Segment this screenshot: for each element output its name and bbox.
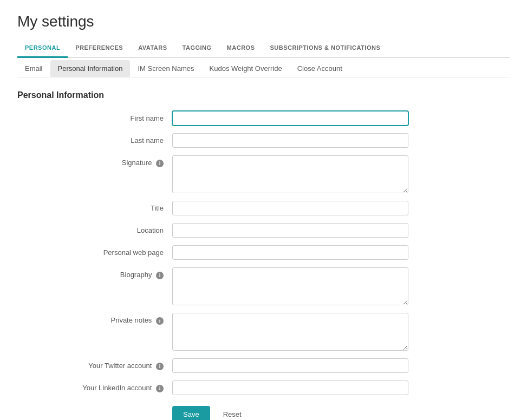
tab-personal[interactable]: PERSONAL [17,39,68,58]
biography-row: Biography i [26,267,501,305]
twitter-account-row: Your Twitter account i [26,358,501,373]
location-input[interactable] [172,223,408,238]
signature-label: Signature i [26,155,172,167]
tab-im-screen-names[interactable]: IM Screen Names [130,60,201,77]
twitter-account-label: Your Twitter account i [26,358,172,370]
tab-close-account[interactable]: Close Account [290,60,350,77]
tab-macros[interactable]: MACROS [219,39,263,58]
title-input[interactable] [172,201,408,215]
tab-tagging[interactable]: TAGGING [175,39,219,58]
private-notes-label: Private notes i [26,313,172,325]
linkedin-account-input[interactable] [172,380,408,395]
tab-subscriptions[interactable]: SUBSCRIPTIONS & NOTIFICATIONS [262,39,388,58]
form-container: First name Last name Signature i Title L… [17,111,510,420]
biography-textarea[interactable] [172,267,408,305]
biography-info-icon[interactable]: i [156,272,164,279]
save-button[interactable]: Save [172,406,210,420]
primary-tabs: PERSONAL PREFERENCES AVATARS TAGGING MAC… [17,39,510,58]
section-title: Personal Information [17,90,510,100]
signature-row: Signature i [26,155,501,193]
button-row: Save Reset [26,406,501,420]
private-notes-info-icon[interactable]: i [156,317,164,325]
linkedin-account-label: Your LinkedIn account i [26,380,172,392]
signature-textarea[interactable] [172,155,408,193]
linkedin-account-row: Your LinkedIn account i [26,380,501,395]
first-name-label: First name [26,111,172,122]
tab-personal-information[interactable]: Personal Information [50,60,131,77]
location-label: Location [26,223,172,234]
personal-web-page-input[interactable] [172,245,408,260]
last-name-input[interactable] [172,133,408,148]
tab-preferences[interactable]: PREFERENCES [68,39,131,58]
secondary-tabs: Email Personal Information IM Screen Nam… [17,58,510,77]
title-label: Title [26,201,172,212]
title-row: Title [26,201,501,215]
private-notes-textarea[interactable] [172,313,408,351]
personal-web-page-label: Personal web page [26,245,172,257]
personal-web-page-row: Personal web page [26,245,501,260]
twitter-account-input[interactable] [172,358,408,373]
signature-info-icon[interactable]: i [156,160,164,167]
last-name-label: Last name [26,133,172,145]
tab-kudos-weight-override[interactable]: Kudos Weight Override [202,60,290,77]
tab-avatars[interactable]: AVATARS [131,39,174,58]
tab-email[interactable]: Email [17,60,50,77]
biography-label: Biography i [26,267,172,279]
location-row: Location [26,223,501,238]
first-name-input[interactable] [172,111,408,126]
reset-button[interactable]: Reset [217,406,248,420]
twitter-info-icon[interactable]: i [156,363,164,370]
page-title: My settings [17,13,510,30]
first-name-row: First name [26,111,501,126]
private-notes-row: Private notes i [26,313,501,351]
linkedin-info-icon[interactable]: i [156,385,164,392]
last-name-row: Last name [26,133,501,148]
